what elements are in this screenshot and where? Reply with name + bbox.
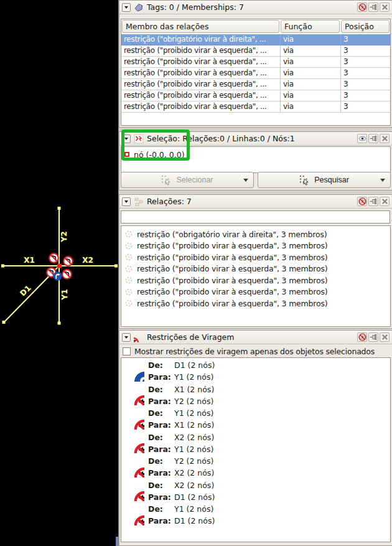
from-label: De:	[148, 431, 174, 443]
relations-panel-header[interactable]: Relações: 7	[119, 195, 392, 209]
membership-row[interactable]: restrição ("obrigatório virar à direita"…	[121, 34, 390, 45]
panel-title: Restrições de Viragem	[147, 332, 354, 342]
close-icon	[381, 197, 389, 205]
splitter-handle[interactable]	[116, 537, 118, 546]
from-label: De:	[148, 479, 174, 491]
membership-row[interactable]: restrição ("proibido virar à esquerda", …	[121, 101, 390, 113]
panel-title: Seleção: Relações:0 / Linhas:0 / Nós:1	[147, 134, 354, 143]
hide-panel-button[interactable]	[357, 2, 367, 12]
membership-row[interactable]: restrição ("proibido virar à esquerda", …	[121, 45, 390, 57]
collapse-button[interactable]	[122, 333, 131, 342]
search-button[interactable]: Pesquisar	[258, 172, 391, 188]
collapse-button[interactable]	[122, 197, 131, 206]
memberships-panel-header[interactable]: Tags: 0 / Memberships: 7	[119, 1, 392, 14]
turn-restriction-entry[interactable]: De:X1 (2 nós)Para:Y2 (2 nós)	[123, 384, 388, 408]
pin-icon	[370, 333, 378, 341]
show-selected-only-checkbox[interactable]	[123, 347, 131, 355]
membership-row[interactable]: restrição ("proibido virar à esquerda", …	[121, 79, 390, 90]
dialogs-dock: Tags: 0 / Memberships: 7 Membro das rela…	[118, 0, 392, 546]
show-panel-button[interactable]	[357, 134, 367, 143]
relation-filter-input[interactable]	[121, 210, 390, 224]
membership-rows: restrição ("obrigatório virar à direita"…	[121, 34, 390, 113]
close-panel-button[interactable]	[380, 134, 390, 143]
turn-restriction-text: De:Y2 (2 nós)Para:X2 (2 nós)	[148, 455, 388, 479]
panel-title: Tags: 0 / Memberships: 7	[147, 2, 354, 12]
to-label: Para:	[148, 443, 174, 455]
map-no-left-turn-icon	[49, 253, 58, 263]
dropdown-arrow-icon	[243, 179, 248, 182]
sticky-pin-button[interactable]	[368, 2, 378, 12]
selection-panel: Seleção: Relações:0 / Linhas:0 / Nós:1 n…	[119, 131, 392, 191]
to-value: X2 (2 nós)	[174, 467, 214, 479]
hidden-eye-icon	[358, 3, 366, 11]
to-value: Y1 (2 nós)	[174, 443, 213, 455]
relation-list-item[interactable]: restrição ("proibido virar à esquerda", …	[123, 286, 389, 298]
relations-panel: Relações: 7 restrição ("obrigatório vira…	[119, 194, 392, 329]
pin-icon	[370, 3, 378, 11]
turn-restriction-entry[interactable]: De:X2 (2 nós)Para:Y1 (2 nós)	[123, 431, 388, 456]
membership-table: Membro das relações Função Posição restr…	[121, 19, 391, 126]
close-panel-button[interactable]	[380, 197, 390, 206]
hide-panel-button[interactable]	[357, 197, 367, 206]
to-label: Para:	[148, 491, 174, 503]
from-value: Y1 (2 nós)	[174, 407, 213, 419]
turn-restrictions-panel-header[interactable]: Restrições de Viragem	[119, 331, 392, 344]
close-icon	[381, 134, 389, 143]
relation-list-item[interactable]: restrição ("proibido virar à esquerda", …	[123, 275, 389, 286]
collapse-button[interactable]	[122, 3, 131, 12]
close-icon	[381, 333, 389, 341]
relation-list-item[interactable]: restrição ("proibido virar à esquerda", …	[123, 263, 389, 275]
chevron-down-icon	[124, 336, 128, 339]
member-cell: restrição ("proibido virar à esquerda", …	[121, 68, 281, 78]
selection-panel-header[interactable]: Seleção: Relações:0 / Linhas:0 / Nós:1	[119, 132, 392, 146]
member-cell: restrição ("proibido virar à esquerda", …	[121, 101, 281, 112]
relation-list-item[interactable]: restrição ("obrigatório virar à direita"…	[123, 228, 389, 240]
column-header-function[interactable]: Função	[281, 20, 340, 33]
turn-restriction-entry[interactable]: De:Y1 (2 nós)Para:D1 (2 nós)	[123, 503, 388, 527]
select-button[interactable]: Selecionar	[121, 172, 254, 188]
to-label: Para:	[148, 515, 174, 527]
relation-list-item[interactable]: restrição ("proibido virar à esquerda", …	[123, 240, 389, 252]
column-header-position[interactable]: Posição	[341, 20, 390, 33]
way-label-y2: Y2	[60, 231, 68, 242]
membership-row[interactable]: restrição ("proibido virar à esquerda", …	[121, 57, 390, 68]
turn-restriction-entry[interactable]: De:Y1 (2 nós)Para:X1 (2 nós)	[123, 407, 388, 431]
from-value: X2 (2 nós)	[174, 431, 214, 443]
no-left-turn-icon	[124, 481, 144, 501]
selected-node[interactable]	[57, 264, 62, 268]
chevron-down-icon	[124, 200, 128, 203]
member-cell: restrição ("proibido virar à esquerda", …	[121, 45, 281, 56]
relation-item-label: restrição ("proibido virar à esquerda", …	[137, 253, 327, 262]
turn-restriction-text: De:Y1 (2 nós)Para:X1 (2 nós)	[148, 407, 388, 431]
close-panel-button[interactable]	[380, 2, 390, 12]
way-label-y1: Y1	[60, 289, 69, 300]
column-header-member[interactable]: Membro das relações	[122, 20, 279, 33]
relation-list-item[interactable]: restrição ("proibido virar à esquerda", …	[123, 298, 389, 309]
turn-restriction-entry[interactable]: De:Y2 (2 nós)Para:X2 (2 nós)	[123, 455, 388, 479]
from-label: De:	[148, 384, 174, 395]
hide-panel-button[interactable]	[357, 332, 367, 342]
to-label: Para:	[148, 395, 174, 407]
close-panel-button[interactable]	[380, 332, 390, 342]
position-cell: 3	[341, 57, 390, 67]
map-canvas[interactable]: X1 X2 Y2 Y1 D1	[0, 0, 118, 546]
relation-list-item[interactable]: restrição ("proibido virar à esquerda", …	[123, 252, 389, 263]
turn-restriction-entry[interactable]: De:D1 (2 nós)Para:Y1 (2 nós)	[123, 359, 388, 384]
relation-item-label: restrição ("proibido virar à esquerda", …	[137, 287, 327, 296]
selection-list-item[interactable]: nó (-0.0, 0.0)	[124, 149, 387, 160]
turn-restriction-text: De:X2 (2 nós)Para:D1 (2 nós)	[148, 479, 388, 503]
membership-row[interactable]: restrição ("proibido virar à esquerda", …	[121, 90, 390, 101]
memberships-panel: Tags: 0 / Memberships: 7 Membro das rela…	[119, 0, 392, 128]
pin-icon	[370, 134, 378, 143]
sticky-pin-button[interactable]	[368, 197, 378, 206]
pin-icon	[370, 197, 378, 205]
member-cell: restrição ("proibido virar à esquerda", …	[121, 90, 281, 101]
sticky-pin-button[interactable]	[368, 134, 378, 143]
relation-item-label: restrição ("proibido virar à esquerda", …	[137, 276, 327, 285]
turn-restriction-entry[interactable]: De:X2 (2 nós)Para:D1 (2 nós)	[123, 479, 388, 504]
member-cell: restrição ("obrigatório virar à direita"…	[121, 34, 281, 45]
membership-row[interactable]: restrição ("proibido virar à esquerda", …	[121, 68, 390, 79]
position-cell: 3	[341, 68, 390, 78]
sticky-pin-button[interactable]	[368, 332, 378, 342]
collapse-button[interactable]	[122, 134, 131, 143]
